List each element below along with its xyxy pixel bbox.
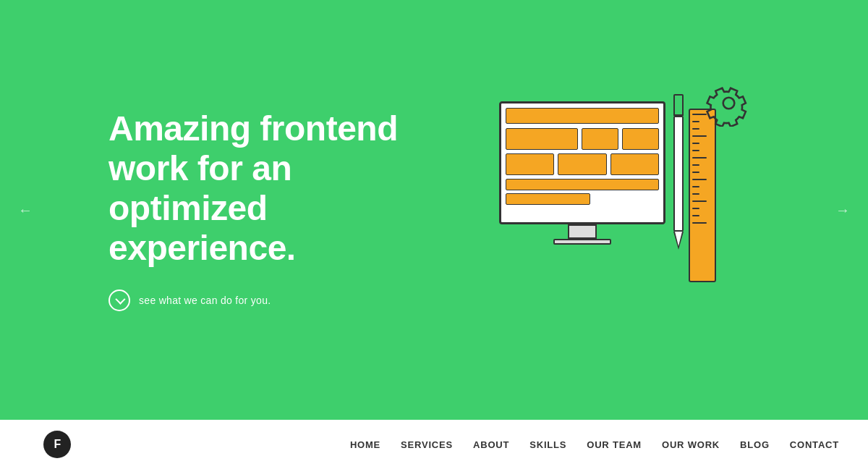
gear-icon [705,80,752,130]
next-arrow[interactable]: → [828,195,857,226]
nav-link-our-work[interactable]: OUR WORK [662,439,720,450]
logo[interactable]: F [43,431,71,458]
bottom-navbar: F HOMESERVICESABOUTSKILLSOUR TEAMOUR WOR… [0,420,868,469]
hero-cta-text: see what we can do for you. [139,295,271,306]
nav-links: HOMESERVICESABOUTSKILLSOUR TEAMOUR WORKB… [350,439,839,450]
pen-illustration [673,94,684,239]
nav-link-contact[interactable]: CONTACT [790,439,839,450]
nav-link-home[interactable]: HOME [350,439,380,450]
prev-arrow[interactable]: ← [11,195,40,226]
hero-illustration [485,72,760,347]
monitor-illustration [499,101,665,245]
nav-link-skills[interactable]: SKILLS [529,439,566,450]
nav-link-about[interactable]: ABOUT [473,439,509,450]
nav-link-our-team[interactable]: OUR TEAM [587,439,642,450]
down-arrow-icon [109,290,130,311]
nav-link-blog[interactable]: BLOG [740,439,770,450]
hero-content: Amazing frontend work for an optimized e… [109,72,760,347]
hero-text-block: Amazing frontend work for an optimized e… [109,109,412,312]
logo-letter: F [54,438,61,451]
nav-link-services[interactable]: SERVICES [401,439,453,450]
ruler-illustration [689,109,716,282]
hero-title: Amazing frontend work for an optimized e… [109,109,412,269]
hero-cta[interactable]: see what we can do for you. [109,290,412,311]
hero-section: ← Amazing frontend work for an optimized… [0,0,868,420]
